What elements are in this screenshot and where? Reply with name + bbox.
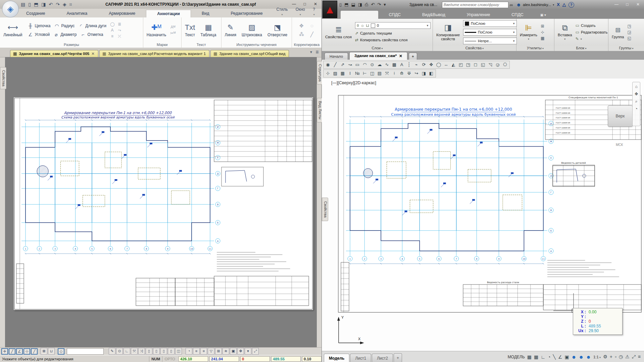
panel-label-layers[interactable]: Слои: [322, 46, 433, 51]
correction-icon[interactable]: ╱: [309, 32, 314, 38]
sapfir-drawing-canvas[interactable]: 1234567891011ИЖЕДГВБА Армирование перекр…: [5, 57, 317, 347]
ribbon-collapse-icon[interactable]: ▣ ▾: [540, 13, 546, 19]
toolbar-icon[interactable]: A: [398, 61, 405, 68]
toolbar-icon[interactable]: ⎔: [502, 61, 508, 68]
draw-mode-icon[interactable]: ▯: [168, 348, 175, 355]
toolbar-icon[interactable]: ⟳: [420, 61, 427, 68]
toolbar-icon[interactable]: ∿: [384, 61, 390, 68]
panel-label-groups[interactable]: Группы: [608, 46, 644, 51]
toolbar-icon[interactable]: ⟰: [398, 70, 405, 77]
ribbon-tab[interactable]: Вид&Вывод: [411, 11, 456, 19]
viewcube[interactable]: Верх: [608, 105, 633, 127]
tabbar-menu-icon[interactable]: ≣: [315, 50, 319, 54]
correction-icon[interactable]: ✥: [299, 23, 304, 29]
ftab-начало[interactable]: Начало: [325, 53, 348, 60]
toolbar-icon[interactable]: ◰: [457, 61, 464, 68]
navbar-icon[interactable]: ✥: [635, 92, 638, 96]
help-icon[interactable]: ?: [568, 2, 574, 8]
dimension-extra-icon[interactable]: A: [110, 28, 114, 33]
toolbar-icon[interactable]: ⊙: [369, 61, 376, 68]
annotation-icon[interactable]: ☻: [586, 354, 591, 360]
dimension-button[interactable]: ╫Цепочка: [27, 22, 52, 29]
dtab-здание-на-сваях-сам-spf-черт-ж[interactable]: ▦Здание на сваях_сам.spf:Чертёж 005✕: [10, 50, 98, 57]
ribbon-tab[interactable]: Армирование: [98, 10, 146, 17]
view-mode-icon[interactable]: ✥: [237, 348, 244, 355]
menu-item[interactable]: Стиль: [274, 6, 291, 17]
exchange-apps-icon[interactable]: X: [557, 2, 560, 8]
qat-icon[interactable]: ↷: [56, 2, 60, 7]
qat-icon[interactable]: ▾: [384, 2, 386, 7]
annotation-icon[interactable]: ☻: [572, 354, 577, 360]
toolbar-icon[interactable]: ↔: [443, 61, 449, 68]
drafting-tool-button[interactable]: ▨Штриховка: [240, 23, 263, 37]
panel-label-utilities[interactable]: Утилиты: [516, 46, 554, 51]
sapfir-logo-icon[interactable]: ◈: [2, 1, 19, 17]
view-mode-icon[interactable]: ▾: [245, 348, 251, 355]
group-edit-icon[interactable]: ◳: [627, 24, 631, 29]
search-input[interactable]: [442, 2, 508, 8]
dimension-button[interactable]: ∠Угловой: [27, 31, 51, 38]
draw-mode-icon[interactable]: ▯: [160, 348, 167, 355]
dimension-extra-icon[interactable]: ≡: [110, 34, 114, 39]
maximize-icon[interactable]: □: [623, 2, 632, 8]
ribbon-tab[interactable]: Создание: [15, 10, 56, 17]
mark-extra-icon[interactable]: ✂ᴹ: [170, 31, 176, 36]
status-toggle-icon[interactable]: ◔: [548, 354, 550, 360]
create-block-button[interactable]: ▭ Создать: [576, 23, 608, 28]
dimension-button[interactable]: ◠Радиус: [53, 22, 76, 29]
qat-icon[interactable]: ⬒: [344, 2, 348, 7]
edit-attributes-button[interactable]: ✎ ▾: [576, 37, 608, 41]
status-toggle-icon[interactable]: ⚠: [625, 354, 630, 360]
ribbon-tab[interactable]: Редактирование: [220, 10, 274, 17]
layer-properties-button[interactable]: ≣ Свойства слоя: [324, 25, 353, 39]
navigation-bar[interactable]: ⌂✥⌕◔: [632, 82, 640, 126]
dtab-здание-на-сваях-сам-spf-расчет[interactable]: ▦Здание на сваях_сам.spf:Расчетная модел…: [99, 50, 209, 57]
ribbon-tab[interactable]: Аналитика: [56, 10, 98, 17]
status-toggle-icon[interactable]: ▦: [534, 354, 538, 360]
ribbon-tab[interactable]: СПДС: [501, 11, 534, 19]
snap-toggle-icon[interactable]: ⊹: [23, 348, 30, 355]
snap-toggle-icon[interactable]: ∠: [16, 348, 23, 355]
draw-mode-icon[interactable]: ▯: [153, 348, 160, 355]
dimension-extra-icon[interactable]: ⤳: [117, 28, 121, 33]
snap-toggle-icon[interactable]: ╱: [31, 348, 38, 355]
view-mode-icon[interactable]: ▽: [208, 348, 214, 355]
qat-icon[interactable]: ⬒: [34, 2, 38, 7]
status-toggle-icon[interactable]: +: [610, 354, 612, 360]
draw-mode-icon[interactable]: ⤨: [138, 348, 145, 355]
status-toggle-icon[interactable]: ▫: [615, 354, 616, 360]
toolbar-icon[interactable]: ⇗: [339, 61, 346, 68]
qat-icon[interactable]: ↶: [49, 2, 53, 7]
dimension-button[interactable]: ⌐Отметка: [79, 31, 104, 38]
toolbar-icon[interactable]: ▨: [332, 70, 339, 77]
dimension-extra-icon[interactable]: ◯: [110, 22, 114, 27]
make-current-button[interactable]: ⇗ Сделать текущим: [355, 31, 431, 36]
plane-toggle-icon[interactable]: ◇: [58, 348, 64, 355]
dtab-здание-на-сваях-сам-spf-общий-[interactable]: ▦Здание на сваях_сам.spf:Общий вид: [210, 50, 289, 57]
ltab-модель[interactable]: Модель: [324, 354, 349, 362]
utility-icon[interactable]: ▦: [541, 36, 544, 41]
toolbar-icon[interactable]: ⊢: [361, 70, 368, 77]
qat-icon[interactable]: ⎙: [365, 2, 368, 7]
toolbar-icon[interactable]: I: [347, 70, 353, 77]
status-toggle-icon[interactable]: ⤢: [632, 354, 636, 360]
group-edit-icon[interactable]: ◲: [627, 30, 631, 35]
tabbar-menu-icon[interactable]: ▾: [310, 50, 312, 54]
view-mode-icon[interactable]: ⤢: [252, 348, 259, 355]
status-toggle-icon[interactable]: ◷: [619, 354, 623, 360]
view-mode-icon[interactable]: ¤: [200, 348, 207, 355]
dimension-button[interactable]: ⌀Диаметр: [52, 31, 78, 38]
snap-value-input[interactable]: [67, 348, 104, 355]
group-edit-icon[interactable]: ◱: [627, 36, 631, 41]
cad-viewport[interactable]: 1234567891011ИЖЕДГВБАГОСТ 10884-94ГОСТ 1…: [322, 79, 644, 351]
toolbar-icon[interactable]: ↝: [347, 61, 353, 68]
status-toggle-icon[interactable]: ╲: [553, 354, 555, 360]
draw-mode-icon[interactable]: ✎: [109, 348, 115, 355]
toolbar-icon[interactable]: ◻: [472, 61, 479, 68]
minimize-icon[interactable]: —: [612, 2, 621, 8]
toolbar-icon[interactable]: ◉: [325, 61, 331, 68]
palette-tab-properties[interactable]: Свойства: [0, 67, 6, 89]
palette-tab-properties[interactable]: Свойства: [322, 198, 328, 221]
toolbar-icon[interactable]: ⟱: [406, 70, 412, 77]
text-tool-button[interactable]: TxtТекст: [184, 23, 197, 37]
